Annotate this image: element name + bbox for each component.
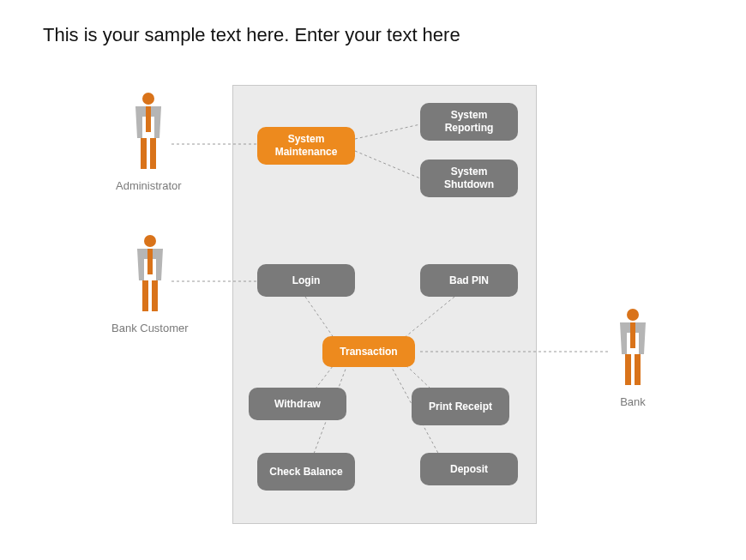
svg-rect-20: [630, 322, 635, 348]
svg-rect-21: [625, 354, 631, 385]
person-icon: [127, 91, 170, 172]
actor-bank-customer: Bank Customer: [111, 233, 189, 334]
svg-rect-16: [147, 249, 153, 274]
svg-point-19: [627, 309, 639, 321]
actor-label: Administrator: [116, 179, 182, 192]
actor-administrator: Administrator: [116, 91, 182, 192]
node-transaction: Transaction: [322, 336, 415, 367]
node-deposit: Deposit: [420, 453, 518, 485]
svg-point-15: [144, 235, 156, 247]
person-icon: [611, 307, 654, 388]
svg-rect-12: [146, 106, 151, 132]
node-login: Login: [257, 264, 355, 297]
person-icon: [129, 233, 171, 315]
node-system-maintenance: System Maintenance: [257, 127, 355, 165]
actor-label: Bank Customer: [111, 322, 189, 334]
svg-rect-22: [635, 354, 641, 385]
node-system-reporting: System Reporting: [420, 103, 518, 141]
svg-rect-17: [142, 280, 148, 311]
node-print-receipt: Print Receipt: [412, 388, 509, 425]
node-withdraw: Withdraw: [249, 388, 346, 420]
actor-bank: Bank: [611, 307, 654, 408]
svg-rect-14: [150, 138, 156, 169]
actor-label: Bank: [620, 395, 646, 408]
svg-point-11: [142, 93, 154, 105]
node-bad-pin: Bad PIN: [420, 264, 518, 297]
node-system-shutdown: System Shutdown: [420, 160, 518, 197]
svg-rect-18: [152, 280, 158, 311]
svg-rect-13: [141, 138, 147, 169]
node-check-balance: Check Balance: [257, 453, 355, 491]
page-title: This is your sample text here. Enter you…: [43, 24, 460, 46]
